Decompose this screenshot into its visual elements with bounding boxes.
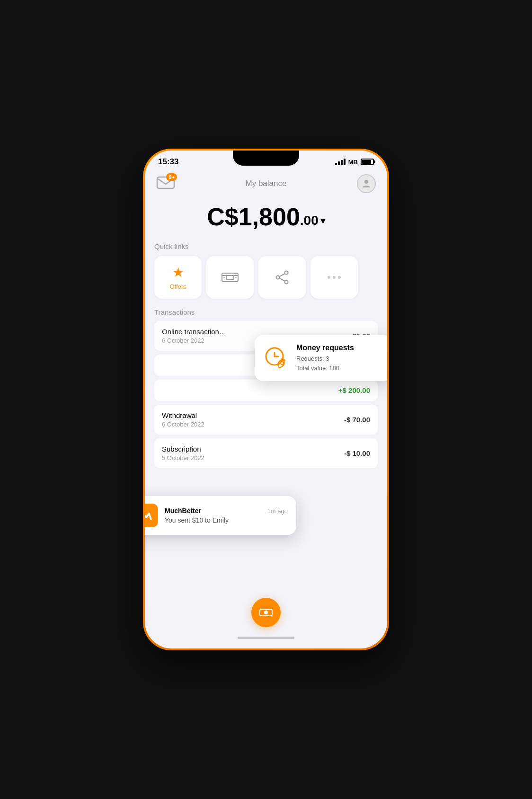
quick-link-share[interactable] <box>258 256 306 299</box>
transaction-amount: -$ 70.00 <box>344 416 370 424</box>
transaction-details: Withdrawal 6 October 2022 <box>162 411 204 428</box>
fab-button[interactable] <box>251 598 281 627</box>
svg-point-7 <box>285 281 288 284</box>
quick-links-label: Quick links <box>154 242 378 250</box>
quick-link-offers[interactable]: ★ Offers <box>154 256 202 299</box>
transaction-item[interactable]: Withdrawal 6 October 2022 -$ 70.00 <box>154 405 378 435</box>
svg-point-11 <box>333 276 336 279</box>
header-title: My balance <box>246 179 287 188</box>
money-requests-title: Money requests <box>296 344 354 352</box>
more-icon <box>327 275 341 279</box>
mail-button[interactable]: 9+ <box>156 175 175 192</box>
star-icon: ★ <box>172 265 184 280</box>
phone-screen: 15:33 MB <box>145 151 387 648</box>
home-indicator <box>238 637 294 639</box>
transaction-date: 6 October 2022 <box>162 337 226 344</box>
svg-rect-3 <box>226 275 234 279</box>
push-message: You sent $10 to Emily <box>165 516 288 524</box>
money-requests-count: Requests: 3 <box>296 354 354 364</box>
battery-icon <box>361 159 374 165</box>
money-requests-icon <box>264 346 289 371</box>
send-money-icon <box>259 607 273 618</box>
transaction-amount: +$ 200.00 <box>338 386 370 394</box>
fab-area <box>145 590 387 637</box>
svg-line-9 <box>279 278 285 281</box>
balance-main: C$1,800 <box>207 203 300 231</box>
svg-point-14 <box>264 611 268 614</box>
balance-display: C$1,800.00▾ <box>156 203 376 231</box>
transaction-amount: -$ 10.00 <box>344 449 370 457</box>
quick-links-section: Quick links ★ Offers <box>145 240 387 304</box>
transaction-details: Online transaction… 6 October 2022 <box>162 328 226 344</box>
carrier-label: MB <box>348 159 358 166</box>
scene: 15:33 MB <box>0 0 532 799</box>
money-requests-tooltip: Money requests Requests: 3 Total value: … <box>255 335 387 381</box>
phone-device: 15:33 MB <box>143 149 389 650</box>
share-icon <box>275 270 289 284</box>
status-icons: MB <box>335 159 374 166</box>
signal-icon <box>335 159 346 165</box>
transfer-icon <box>222 271 239 284</box>
push-notification: MuchBetter 1m ago You sent $10 to Emily <box>145 496 296 535</box>
quick-link-more[interactable] <box>310 256 358 299</box>
balance-section: C$1,800.00▾ <box>145 199 387 240</box>
svg-point-12 <box>338 276 341 279</box>
svg-point-5 <box>285 271 288 275</box>
quick-links-row: ★ Offers <box>154 256 378 299</box>
quick-link-transfer[interactable] <box>206 256 254 299</box>
offers-label: Offers <box>169 283 186 290</box>
money-requests-value: Total value: 180 <box>296 364 354 373</box>
balance-cents: .00 <box>300 213 319 228</box>
transaction-item[interactable]: +$ 200.00 <box>154 380 378 401</box>
transaction-name: Online transaction… <box>162 328 226 336</box>
money-requests-content: Money requests Requests: 3 Total value: … <box>296 344 354 373</box>
transaction-details: Subscription 5 October 2022 <box>162 445 204 462</box>
push-time: 1m ago <box>267 507 288 515</box>
phone-notch <box>233 151 299 166</box>
profile-icon <box>361 178 372 189</box>
push-top-row: MuchBetter 1m ago <box>165 507 288 515</box>
transaction-item[interactable]: Subscription 5 October 2022 -$ 10.00 <box>154 438 378 468</box>
svg-point-17 <box>281 362 284 364</box>
app-content: 9+ My balance C$1,800.00▾ <box>145 170 387 644</box>
transactions-label: Transactions <box>154 308 378 316</box>
svg-rect-15 <box>261 611 264 612</box>
svg-rect-2 <box>222 273 238 282</box>
notification-badge: 9+ <box>166 173 177 181</box>
balance-dropdown-icon[interactable]: ▾ <box>320 215 325 226</box>
app-header: 9+ My balance <box>145 170 387 199</box>
transaction-name: Withdrawal <box>162 411 204 419</box>
svg-point-10 <box>328 276 330 279</box>
svg-point-6 <box>276 276 280 279</box>
status-time: 15:33 <box>158 157 178 167</box>
svg-line-8 <box>279 274 285 276</box>
push-app-icon <box>145 504 158 527</box>
transaction-date: 5 October 2022 <box>162 454 204 462</box>
avatar-button[interactable] <box>357 174 376 193</box>
transaction-name: Subscription <box>162 445 204 453</box>
muchbetter-logo-icon <box>145 508 154 523</box>
push-content: MuchBetter 1m ago You sent $10 to Emily <box>165 507 288 524</box>
push-app-name: MuchBetter <box>165 507 201 515</box>
transaction-date: 6 October 2022 <box>162 421 204 428</box>
svg-point-1 <box>364 180 368 184</box>
